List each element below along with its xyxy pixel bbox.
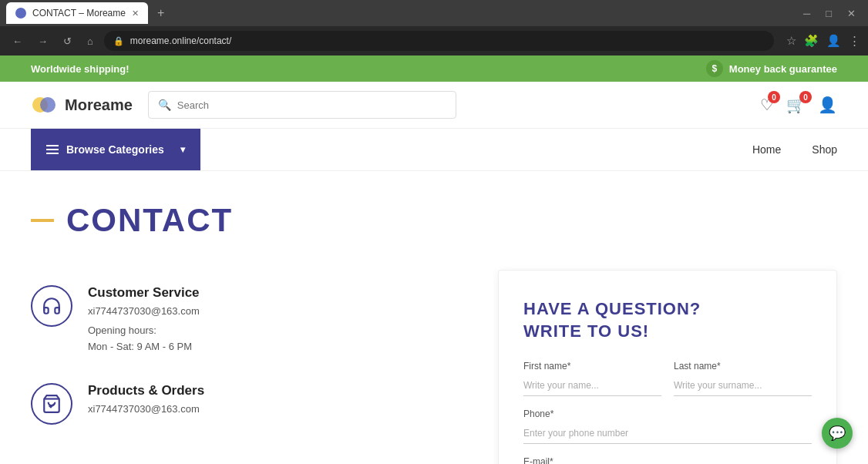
nav-links: Home Shop xyxy=(752,129,837,170)
search-icon: 🔍 xyxy=(158,99,171,111)
back-button[interactable]: ← xyxy=(8,32,27,50)
top-banner: Worldwide shipping! $ Money back guarant… xyxy=(0,55,868,82)
shipping-banner: Worldwide shipping! xyxy=(31,63,130,75)
products-orders-item: Products & Orders xi7744737030@163.com xyxy=(31,383,467,425)
products-orders-email: xi7744737030@163.com xyxy=(88,403,204,415)
nav-home[interactable]: Home xyxy=(752,129,781,170)
page: Worldwide shipping! $ Money back guarant… xyxy=(0,55,868,464)
heading-dash xyxy=(31,219,54,222)
browser-chrome: CONTACT – Moreame ✕ + ─ □ ✕ ← → ↺ ⌂ 🔒 mo… xyxy=(0,0,868,55)
lock-icon: 🔒 xyxy=(113,36,124,46)
money-icon: $ xyxy=(706,60,723,77)
chat-icon: 💬 xyxy=(829,425,846,442)
url-display: moreame.online/contact/ xyxy=(130,35,765,46)
logo[interactable]: Moreame xyxy=(31,91,133,119)
bag-icon xyxy=(31,383,72,425)
form-title: HAVE A QUESTION? WRITE TO US! xyxy=(523,298,812,342)
customer-service-hours: Opening hours: Mon - Sat: 9 AM - 6 PM xyxy=(88,323,200,355)
tab-title: CONTACT – Moreame xyxy=(32,8,126,18)
site-header: Moreame 🔍 ♡ 0 🛒 0 👤 xyxy=(0,82,868,129)
profile-button[interactable]: 👤 xyxy=(826,34,841,48)
browse-categories-button[interactable]: Browse Categories ▾ xyxy=(31,129,200,170)
logo-icon xyxy=(31,91,59,119)
search-input[interactable] xyxy=(177,99,446,111)
headphone-icon xyxy=(31,285,72,327)
contact-info-section: Customer Service xi7744737030@163.com Op… xyxy=(31,270,467,464)
contact-heading: CONTACT xyxy=(31,202,837,239)
phone-row: Phone* xyxy=(523,409,812,444)
chevron-down-icon: ▾ xyxy=(180,144,185,155)
email-group: E-mail* xyxy=(523,456,812,464)
chat-bubble-button[interactable]: 💬 xyxy=(822,418,853,449)
restore-button[interactable]: □ xyxy=(819,5,838,22)
cart-button[interactable]: 🛒 0 xyxy=(786,96,806,114)
email-label: E-mail* xyxy=(523,456,812,464)
nav-shop[interactable]: Shop xyxy=(812,129,837,170)
browser-actions: ☆ 🧩 👤 ⋮ xyxy=(780,34,860,48)
tab-close-button[interactable]: ✕ xyxy=(132,8,139,18)
customer-service-email: xi7744737030@163.com xyxy=(88,305,200,317)
account-button[interactable]: 👤 xyxy=(818,96,837,114)
cart-badge: 0 xyxy=(799,91,812,103)
last-name-group: Last name* xyxy=(674,361,812,396)
menu-button[interactable]: ⋮ xyxy=(849,34,860,48)
logo-text: Moreame xyxy=(65,96,133,114)
new-tab-button[interactable]: + xyxy=(151,6,170,20)
contact-form-section: HAVE A QUESTION? WRITE TO US! First name… xyxy=(498,270,837,464)
main-content: CONTACT Customer Service xyxy=(0,171,868,464)
phone-label: Phone* xyxy=(523,409,812,419)
user-icon: 👤 xyxy=(818,96,837,113)
last-name-label: Last name* xyxy=(674,361,812,372)
contact-layout: Customer Service xi7744737030@163.com Op… xyxy=(31,270,837,464)
search-bar[interactable]: 🔍 xyxy=(148,91,456,119)
money-back-text: Money back guarantee xyxy=(729,63,837,75)
last-name-input[interactable] xyxy=(674,375,812,396)
home-button[interactable]: ⌂ xyxy=(82,32,98,50)
name-row: First name* Last name* xyxy=(523,361,812,396)
bookmark-button[interactable]: ☆ xyxy=(786,34,796,48)
phone-input[interactable] xyxy=(523,422,812,444)
products-orders-title: Products & Orders xyxy=(88,383,204,398)
minimize-button[interactable]: ─ xyxy=(797,5,816,22)
customer-service-info: Customer Service xi7744737030@163.com Op… xyxy=(88,285,200,355)
address-bar[interactable]: 🔒 moreame.online/contact/ xyxy=(104,31,774,51)
browser-toolbar: ← → ↺ ⌂ 🔒 moreame.online/contact/ ☆ 🧩 👤 … xyxy=(0,26,868,55)
forward-button[interactable]: → xyxy=(33,32,52,50)
active-tab[interactable]: CONTACT – Moreame ✕ xyxy=(6,2,148,24)
header-actions: ♡ 0 🛒 0 👤 xyxy=(760,96,837,114)
first-name-group: First name* xyxy=(523,361,661,396)
wishlist-badge: 0 xyxy=(768,91,780,103)
email-row: E-mail* xyxy=(523,456,812,464)
first-name-label: First name* xyxy=(523,361,661,372)
customer-service-title: Customer Service xyxy=(88,285,200,301)
extensions-button[interactable]: 🧩 xyxy=(804,34,819,48)
wishlist-button[interactable]: ♡ 0 xyxy=(760,96,774,114)
svg-point-1 xyxy=(40,97,56,113)
hamburger-icon xyxy=(46,145,59,154)
close-window-button[interactable]: ✕ xyxy=(841,5,862,22)
tab-bar: CONTACT – Moreame ✕ + ─ □ ✕ xyxy=(0,0,868,26)
phone-group: Phone* xyxy=(523,409,812,444)
products-orders-info: Products & Orders xi7744737030@163.com xyxy=(88,383,204,421)
refresh-button[interactable]: ↺ xyxy=(59,32,76,50)
customer-service-item: Customer Service xi7744737030@163.com Op… xyxy=(31,285,467,355)
first-name-input[interactable] xyxy=(523,375,661,396)
browse-label: Browse Categories xyxy=(66,143,173,156)
site-nav: Browse Categories ▾ Home Shop xyxy=(0,129,868,171)
page-title: CONTACT xyxy=(66,202,233,239)
favicon xyxy=(15,8,26,18)
money-back-banner: $ Money back guarantee xyxy=(706,60,837,77)
